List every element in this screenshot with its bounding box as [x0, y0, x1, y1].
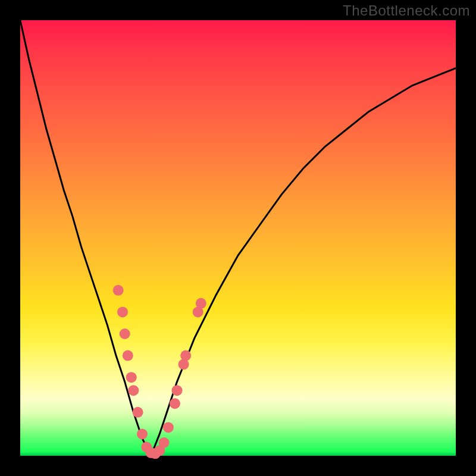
curve-marker [180, 350, 191, 361]
curve-marker [128, 385, 139, 396]
plot-area [20, 20, 456, 456]
curve-marker [133, 407, 143, 418]
curve-line [20, 20, 456, 456]
curve-marker [159, 437, 170, 448]
watermark: TheBottleneck.com [343, 2, 470, 19]
curve-marker [172, 385, 183, 396]
curve-marker [113, 285, 124, 296]
curve-marker [117, 306, 128, 317]
curve-marker [126, 372, 137, 383]
curve-marker [137, 428, 148, 439]
bottleneck-curve [20, 20, 456, 456]
chart-canvas: TheBottleneck.com [0, 0, 476, 476]
curve-marker [123, 350, 133, 361]
curve-marker [163, 422, 174, 433]
curve-marker [120, 328, 130, 339]
curve-marker [196, 298, 206, 309]
curve-marker [170, 398, 180, 409]
